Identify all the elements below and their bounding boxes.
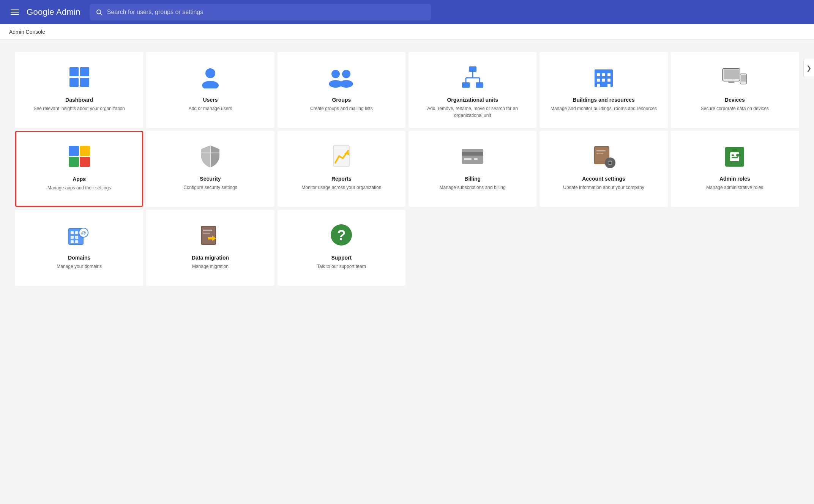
card-devices-desc: Secure corporate data on devices [701, 105, 769, 112]
svg-rect-21 [602, 73, 605, 76]
card-groups-title: Groups [332, 97, 351, 103]
card-admin-roles[interactable]: Admin roles Manage administrative roles [671, 131, 799, 207]
card-support[interactable]: ? Support Talk to our support team [278, 210, 405, 286]
svg-rect-76 [203, 230, 212, 231]
empty-cell-1 [409, 210, 536, 286]
menu-icon[interactable] [9, 8, 21, 16]
expand-chevron[interactable]: ❯ [803, 59, 814, 77]
card-apps[interactable]: Apps Manage apps and their settings [15, 131, 143, 207]
svg-rect-57 [609, 166, 611, 167]
svg-rect-25 [607, 79, 610, 82]
security-icon [197, 142, 224, 170]
card-dashboard-title: Dashboard [65, 97, 93, 103]
svg-rect-26 [597, 84, 600, 87]
reports-icon [328, 142, 355, 170]
svg-rect-13 [462, 82, 470, 88]
svg-rect-75 [202, 227, 215, 244]
empty-cell-2 [540, 210, 667, 286]
svg-rect-60 [732, 154, 734, 156]
card-groups-desc: Create groups and mailing lists [310, 105, 373, 112]
card-dashboard-desc: See relevant insights about your organiz… [34, 105, 125, 112]
svg-rect-66 [71, 231, 74, 234]
svg-rect-47 [474, 158, 478, 160]
empty-cell-3 [671, 210, 799, 286]
card-account-settings-title: Account settings [582, 176, 625, 182]
svg-rect-22 [607, 73, 610, 76]
page-title: Admin Console [9, 29, 45, 35]
svg-rect-31 [728, 82, 734, 83]
card-users[interactable]: Users Add or manage users [146, 52, 274, 128]
svg-rect-70 [71, 240, 74, 243]
svg-point-53 [609, 161, 612, 164]
card-support-desc: Talk to our support team [317, 263, 366, 270]
svg-rect-2 [69, 67, 79, 76]
subheader: Admin Console [0, 24, 814, 40]
card-reports[interactable]: Reports Monitor usage across your organi… [278, 131, 405, 207]
org-units-icon [459, 63, 486, 91]
app-logo: Google Admin [27, 7, 80, 17]
svg-rect-5 [80, 78, 89, 87]
search-icon [96, 9, 103, 16]
svg-rect-23 [597, 79, 600, 82]
svg-rect-56 [609, 158, 611, 160]
groups-icon [328, 63, 355, 91]
card-buildings-title: Buildings and resources [573, 97, 634, 103]
domains-icon: @ [66, 221, 93, 249]
svg-rect-24 [602, 79, 605, 82]
billing-icon [459, 142, 486, 170]
support-icon: ? [328, 221, 355, 249]
card-apps-title: Apps [73, 176, 86, 182]
card-org-units[interactable]: Organizational units Add, remove, rename… [409, 52, 536, 128]
card-data-migration-title: Data migration [192, 255, 229, 261]
card-users-desc: Add or manage users [189, 105, 232, 112]
svg-point-11 [339, 80, 353, 88]
search-bar [90, 4, 431, 20]
card-buildings[interactable]: Buildings and resources Manage and monit… [540, 52, 667, 128]
card-apps-desc: Manage apps and their settings [47, 184, 111, 191]
card-billing-desc: Manage subscriptions and billing [440, 184, 506, 191]
dashboard-icon [66, 63, 93, 91]
svg-point-10 [342, 70, 350, 78]
card-security[interactable]: Security Configure security settings [146, 131, 274, 207]
svg-point-6 [205, 68, 215, 78]
search-input[interactable] [107, 9, 425, 16]
card-dashboard[interactable]: Dashboard See relevant insights about yo… [15, 52, 143, 128]
card-security-desc: Configure security settings [183, 184, 237, 191]
card-devices[interactable]: Devices Secure corporate data on devices [671, 52, 799, 128]
svg-rect-3 [80, 67, 89, 76]
svg-line-1 [100, 13, 102, 15]
svg-rect-34 [741, 75, 746, 82]
card-reports-title: Reports [331, 176, 352, 182]
svg-text:@: @ [81, 230, 86, 236]
card-support-title: Support [331, 255, 352, 261]
card-domains-desc: Manage your domains [57, 263, 102, 270]
card-groups[interactable]: Groups Create groups and mailing lists [278, 52, 405, 128]
card-billing[interactable]: Billing Manage subscriptions and billing [409, 131, 536, 207]
svg-rect-68 [71, 236, 74, 239]
svg-rect-71 [75, 240, 78, 243]
svg-rect-59 [730, 152, 739, 161]
card-billing-title: Billing [464, 176, 481, 182]
svg-rect-61 [732, 157, 738, 158]
svg-point-62 [736, 154, 739, 157]
card-data-migration-desc: Manage migration [192, 263, 229, 270]
chevron-right-icon: ❯ [806, 65, 811, 72]
card-grid: Dashboard See relevant insights about yo… [15, 52, 799, 286]
svg-rect-30 [724, 69, 739, 79]
svg-rect-77 [203, 233, 210, 234]
svg-rect-27 [607, 84, 610, 87]
card-data-migration[interactable]: Data migration Manage migration [146, 210, 274, 286]
svg-rect-35 [69, 146, 79, 156]
svg-rect-14 [476, 82, 483, 88]
devices-icon [721, 63, 748, 91]
card-domains[interactable]: @ Domains Manage your domains [15, 210, 143, 286]
card-org-units-desc: Add, remove, rename, move or search for … [415, 105, 530, 119]
svg-rect-67 [75, 231, 78, 234]
svg-rect-54 [607, 162, 609, 164]
svg-rect-69 [75, 236, 78, 239]
svg-rect-37 [69, 157, 79, 167]
svg-rect-51 [596, 153, 603, 154]
svg-rect-46 [464, 158, 472, 160]
card-domains-title: Domains [68, 255, 90, 261]
card-account-settings[interactable]: Account settings Update information abou… [540, 131, 667, 207]
